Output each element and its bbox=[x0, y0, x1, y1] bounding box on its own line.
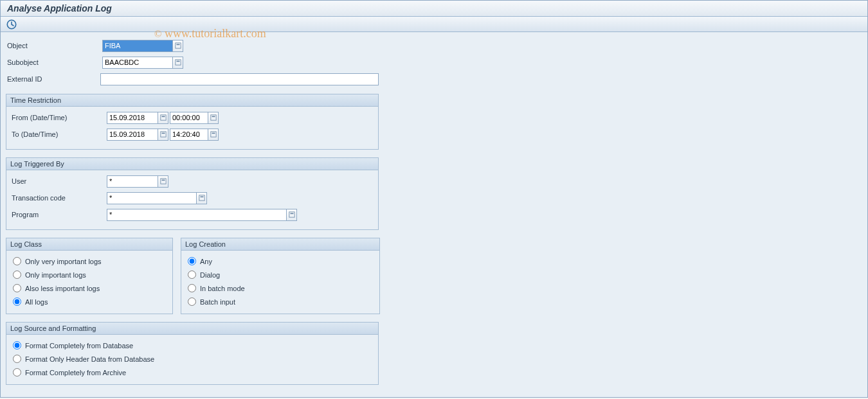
external-id-input[interactable] bbox=[100, 73, 379, 85]
svg-rect-8 bbox=[212, 116, 215, 118]
svg-rect-4 bbox=[176, 61, 179, 62]
log-source-label: Format Only Header Data from Database bbox=[25, 355, 154, 363]
log-source-radio[interactable] bbox=[13, 368, 21, 377]
log-class-label: Also less important logs bbox=[25, 285, 100, 292]
svg-rect-2 bbox=[176, 44, 179, 46]
app-window: Analyse Application Log © www.tutorialka… bbox=[0, 0, 868, 398]
svg-rect-7 bbox=[210, 115, 215, 120]
page-title: Analyse Application Log bbox=[1, 1, 867, 17]
external-id-label: External ID bbox=[6, 75, 100, 83]
object-f4-icon[interactable] bbox=[172, 40, 183, 52]
to-label: To (Date/Time) bbox=[10, 130, 107, 138]
log-creation-group: Log Creation AnyDialogIn batch modeBatch… bbox=[181, 238, 380, 314]
to-time-input[interactable] bbox=[170, 129, 208, 141]
log-source-label: Format Completely from Database bbox=[25, 342, 133, 350]
from-date-input[interactable] bbox=[107, 112, 158, 124]
svg-rect-3 bbox=[175, 60, 180, 65]
log-creation-label: Dialog bbox=[200, 271, 220, 279]
log-creation-title: Log Creation bbox=[181, 238, 379, 251]
log-class-group: Log Class Only very important logsOnly i… bbox=[6, 238, 173, 314]
log-creation-radio[interactable] bbox=[188, 284, 196, 292]
tcode-label: Transaction code bbox=[10, 194, 107, 202]
program-f4-icon[interactable] bbox=[286, 209, 297, 221]
svg-rect-10 bbox=[161, 133, 165, 134]
log-creation-radio[interactable] bbox=[188, 257, 196, 265]
svg-rect-17 bbox=[289, 212, 294, 217]
log-class-label: All logs bbox=[25, 298, 48, 306]
header-fields: Object Subobject External ID bbox=[6, 39, 379, 86]
to-time-f4-icon[interactable] bbox=[208, 129, 219, 141]
tcode-f4-icon[interactable] bbox=[196, 192, 207, 204]
subobject-f4-icon[interactable] bbox=[172, 57, 183, 69]
from-time-input[interactable] bbox=[170, 112, 208, 124]
user-label: User bbox=[10, 177, 107, 185]
class-creation-row: Log Class Only very important logsOnly i… bbox=[6, 238, 862, 314]
svg-rect-18 bbox=[290, 213, 293, 215]
execute-icon[interactable] bbox=[6, 19, 17, 30]
user-f4-icon[interactable] bbox=[158, 175, 168, 188]
program-input[interactable] bbox=[107, 209, 287, 221]
svg-rect-1 bbox=[175, 43, 180, 48]
log-creation-label: In batch mode bbox=[200, 285, 245, 292]
user-input[interactable] bbox=[107, 175, 158, 188]
log-source-option[interactable]: Format Only Header Data from Database bbox=[10, 352, 374, 366]
time-restriction-group: Time Restriction From (Date/Time) To (Da… bbox=[6, 94, 379, 150]
log-triggered-title: Log Triggered By bbox=[6, 158, 378, 170]
log-class-radio[interactable] bbox=[13, 297, 21, 306]
log-creation-label: Batch input bbox=[200, 298, 235, 306]
log-class-option[interactable]: All logs bbox=[10, 295, 168, 308]
log-creation-label: Any bbox=[200, 258, 212, 265]
svg-rect-15 bbox=[199, 195, 204, 200]
log-source-group: Log Source and Formatting Format Complet… bbox=[6, 322, 379, 385]
log-class-option[interactable]: Only important logs bbox=[10, 268, 168, 281]
subobject-input[interactable] bbox=[102, 57, 173, 69]
log-creation-option[interactable]: Any bbox=[185, 254, 375, 268]
log-source-option[interactable]: Format Completely from Database bbox=[10, 339, 374, 352]
log-class-radio[interactable] bbox=[13, 257, 21, 265]
object-input[interactable] bbox=[102, 40, 173, 52]
from-date-f4-icon[interactable] bbox=[158, 112, 168, 124]
svg-rect-13 bbox=[160, 179, 165, 184]
svg-rect-9 bbox=[160, 132, 165, 137]
log-class-radio[interactable] bbox=[13, 270, 21, 279]
svg-rect-14 bbox=[161, 180, 165, 181]
to-date-input[interactable] bbox=[107, 129, 158, 141]
log-class-title: Log Class bbox=[6, 238, 172, 251]
log-triggered-group: Log Triggered By User Transaction code P… bbox=[6, 157, 379, 230]
from-label: From (Date/Time) bbox=[10, 114, 107, 121]
log-creation-option[interactable]: In batch mode bbox=[185, 281, 375, 295]
program-label: Program bbox=[10, 211, 107, 218]
from-time-f4-icon[interactable] bbox=[208, 112, 219, 124]
log-source-label: Format Completely from Archive bbox=[25, 369, 126, 377]
object-label: Object bbox=[6, 42, 102, 49]
log-creation-radio[interactable] bbox=[188, 270, 196, 279]
toolbar bbox=[1, 17, 867, 32]
log-class-radio[interactable] bbox=[13, 284, 21, 292]
tcode-input[interactable] bbox=[107, 192, 197, 204]
svg-rect-16 bbox=[200, 197, 203, 198]
log-source-title: Log Source and Formatting bbox=[6, 323, 378, 335]
subobject-label: Subobject bbox=[6, 58, 102, 66]
time-restriction-title: Time Restriction bbox=[6, 94, 378, 107]
log-class-label: Only important logs bbox=[25, 271, 86, 279]
svg-rect-11 bbox=[210, 132, 215, 137]
log-creation-radio[interactable] bbox=[188, 297, 196, 306]
to-date-f4-icon[interactable] bbox=[158, 129, 168, 141]
log-class-label: Only very important logs bbox=[25, 258, 102, 265]
log-class-option[interactable]: Only very important logs bbox=[10, 254, 168, 268]
log-creation-option[interactable]: Batch input bbox=[185, 295, 375, 308]
svg-rect-5 bbox=[160, 115, 165, 120]
svg-rect-6 bbox=[161, 116, 165, 118]
content-area: Object Subobject External ID Time Restri… bbox=[1, 32, 867, 391]
log-source-radio[interactable] bbox=[13, 355, 21, 363]
log-source-radio[interactable] bbox=[13, 341, 21, 350]
log-class-option[interactable]: Also less important logs bbox=[10, 281, 168, 295]
svg-rect-12 bbox=[212, 133, 215, 134]
log-creation-option[interactable]: Dialog bbox=[185, 268, 375, 281]
log-source-option[interactable]: Format Completely from Archive bbox=[10, 366, 374, 379]
